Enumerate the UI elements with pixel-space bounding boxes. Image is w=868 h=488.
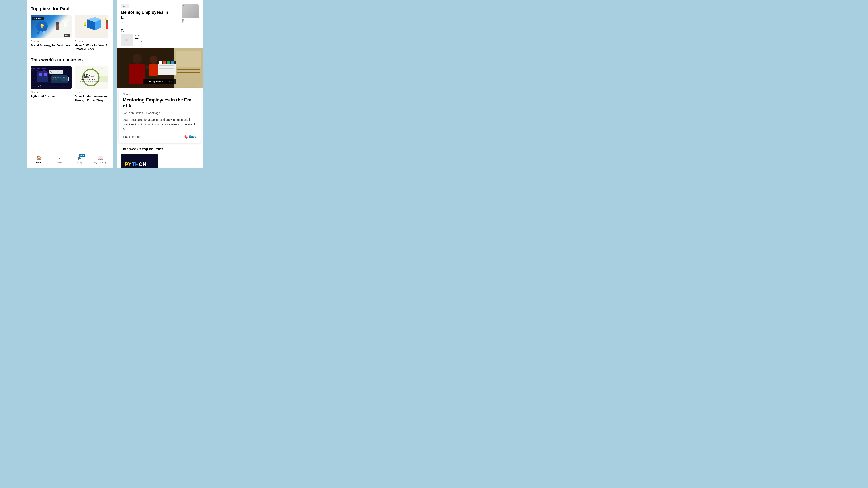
right-reviewer: R...: [121, 22, 179, 25]
make-ai-illustration: ★ 💡: [74, 15, 108, 38]
right-header: New Mentoring Employees int... R... N M …: [117, 0, 203, 27]
this-week-cards: 2h 18m prompt=user_input; def start: [31, 66, 108, 102]
to-card-info: Cou... Bra... You: B: [135, 34, 198, 43]
nav-daily[interactable]: ▶ New Daily: [70, 155, 90, 164]
save-label: Save: [189, 135, 196, 139]
course-card-brand-strategy[interactable]: Popular 44m 💡: [31, 15, 72, 51]
svg-text:prompt=user_input;: prompt=user_input;: [31, 67, 47, 69]
product-card-type: Course: [74, 91, 108, 94]
left-phone-panel: Top picks for Paul Popular 44m 💡: [27, 0, 113, 168]
top-picks-cards: Popular 44m 💡: [31, 15, 108, 51]
my-learning-label: My Learning: [94, 161, 107, 164]
nav-topics[interactable]: ≡ Topics: [49, 156, 70, 163]
svg-text:def start_chat():: def start_chat():: [31, 70, 46, 71]
product-illustration: ✦ ✦ DRIVE PRODUCT AWARENESS THROUGH PUBL…: [74, 66, 108, 89]
svg-rect-53: [159, 67, 174, 67]
svg-text:THROUGH PUBLIC STORYT: THROUGH PUBLIC STORYT: [80, 81, 99, 83]
right-python-svg: PY TH ON: [121, 154, 158, 168]
to-title-text: Bra...: [135, 37, 198, 40]
nav-home[interactable]: 🏠 Home: [29, 155, 49, 164]
bookmark-icon: 🔖: [184, 135, 188, 139]
python-thumb-img: 2h 18m prompt=user_input; def start: [31, 66, 72, 89]
svg-rect-55: [159, 70, 169, 70]
right-bottom-cards: PY TH ON: [121, 154, 198, 168]
my-learning-icon: 📖: [98, 155, 103, 161]
course-info-type: Course: [123, 93, 196, 96]
svg-rect-52: [159, 65, 174, 66]
svg-text:TH: TH: [132, 161, 138, 167]
svg-text:ON: ON: [139, 161, 146, 167]
right-bottom-section: This week's top courses PY TH ON: [117, 143, 203, 168]
course-info-title: Mentoring Employees in the Era of AI: [123, 97, 196, 109]
python-card-type: Course: [31, 91, 72, 94]
svg-rect-3: [40, 31, 42, 34]
home-indicator: [57, 166, 82, 166]
course-card-python[interactable]: 2h 18m prompt=user_input; def start: [31, 66, 72, 102]
product-card-title: Drive Product AwarenessThrough Public St…: [74, 95, 108, 102]
svg-text:PRODUCT: PRODUCT: [82, 76, 94, 78]
make-ai-thumb: Popular ★ 💡: [74, 15, 108, 38]
save-button[interactable]: 🔖 Save: [184, 135, 196, 139]
svg-rect-41: [177, 69, 199, 70]
course-card-make-ai[interactable]: Popular ★ 💡: [74, 15, 108, 51]
svg-text:✦: ✦: [101, 67, 103, 70]
svg-point-56: [150, 56, 157, 64]
home-label: Home: [36, 161, 42, 164]
svg-rect-4: [42, 31, 45, 34]
svg-rect-42: [177, 72, 199, 73]
svg-rect-27: [51, 75, 67, 84]
svg-rect-48: [159, 61, 162, 64]
new-badge: New: [80, 154, 85, 157]
to-extra: You: B: [135, 40, 198, 43]
course-info-desc: Learn strategies for adapting and applyi…: [123, 118, 196, 131]
svg-rect-17: [39, 73, 42, 76]
card-title: Brand Strategy for Designers: [31, 43, 72, 47]
python-illustration: prompt=user_input; def start_chat(): PY …: [31, 66, 72, 89]
to-section: To P Cou... Bra... You: B: [117, 27, 203, 48]
topics-label: Topics: [56, 161, 62, 163]
svg-rect-54: [159, 68, 174, 69]
svg-rect-51: [171, 61, 174, 64]
left-scroll-content: Top picks for Paul Popular 44m 💡: [27, 0, 113, 151]
learners-count: 1,595 learners: [123, 135, 141, 138]
daily-icon-wrap: ▶ New: [78, 155, 82, 161]
svg-text:💡: 💡: [83, 22, 87, 26]
card-type-2: Course: [74, 40, 108, 43]
course-info-card: Course Mentoring Employees in the Era of…: [119, 88, 200, 143]
course-card-product[interactable]: ✦ ✦ DRIVE PRODUCT AWARENESS THROUGH PUBL…: [74, 66, 108, 102]
right-bg-title: Mentoring Employees int...: [121, 10, 179, 20]
right-phone-panel: New Mentoring Employees int... R... N M …: [117, 0, 203, 168]
to-thumb: P: [121, 34, 133, 46]
svg-text:✦: ✦: [98, 69, 100, 72]
svg-text:AWARENESS: AWARENESS: [81, 78, 95, 81]
svg-point-5: [56, 22, 59, 25]
right-scroll-content: New Mentoring Employees int... R... N M …: [117, 0, 203, 168]
daily-label: Daily: [78, 161, 82, 164]
svg-text:★: ★: [104, 18, 107, 21]
svg-rect-6: [56, 25, 59, 30]
svg-rect-57: [150, 64, 158, 76]
svg-rect-12: [105, 23, 108, 29]
svg-text:Type something: Type something: [50, 71, 62, 73]
new-tag: New: [121, 4, 129, 8]
svg-text:💡: 💡: [39, 24, 45, 29]
topics-icon: ≡: [58, 156, 60, 160]
svg-point-43: [133, 54, 142, 64]
home-icon: 🏠: [36, 155, 42, 161]
right-bottom-thumb: PY TH ON: [121, 154, 158, 168]
svg-text:PY: PY: [125, 161, 131, 167]
svg-text:⚙: ⚙: [38, 84, 41, 88]
card-type: Course: [31, 40, 72, 43]
svg-rect-40: [176, 51, 200, 67]
svg-rect-2: [37, 32, 39, 34]
python-card-title: Python AI Course: [31, 95, 72, 98]
course-author: By: Ruth Gotian: [123, 111, 143, 115]
card-title-2: Make AI Work for You: BCreative Block: [74, 43, 108, 51]
to-type: Cou...: [135, 34, 198, 37]
brand-strategy-thumb: Popular 44m 💡: [31, 15, 72, 38]
nav-my-learning[interactable]: 📖 My Learning: [90, 155, 111, 164]
product-thumb-img: ✦ ✦ DRIVE PRODUCT AWARENESS THROUGH PUBL…: [74, 66, 108, 89]
course-info-meta: By: Ruth Gotian · 1 week ago: [123, 111, 196, 115]
video-person-bg: - [Staff] Intro, take one. in Learning: [117, 48, 203, 88]
course-info-footer: 1,595 learners 🔖 Save: [123, 135, 196, 139]
